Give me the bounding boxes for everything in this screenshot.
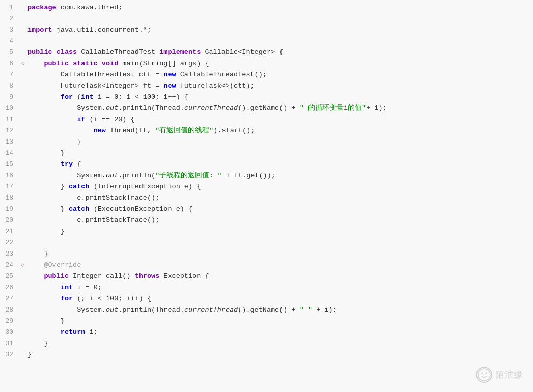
code-line-27: 27 for (; i < 100; i++) { [0, 293, 533, 304]
code-editor: 1 package com.kawa.thred; 2 3 import jav… [0, 0, 533, 392]
code-line-20: 20 e.printStackTrace(); [0, 215, 533, 226]
watermark: 陌淮缘 [476, 367, 523, 383]
code-line-23: 23 } [0, 248, 533, 260]
code-line-15: 15 try { [0, 159, 533, 170]
code-line-30: 30 return i; [0, 327, 533, 338]
code-line-10: 10 System.out.println(Thread.currentThre… [0, 103, 533, 114]
code-line-22: 22 [0, 237, 533, 248]
code-line-17: 17 } catch (InterruptedException e) { [0, 181, 533, 192]
code-line-13: 13 } [0, 136, 533, 148]
code-line-19: 19 } catch (ExecutionException e) { [0, 204, 533, 215]
code-line-31: 31 } [0, 338, 533, 349]
code-line-8: 8 FutureTask<Integer> ft = new FutureTas… [0, 80, 533, 92]
code-line-9: 9 for (int i = 0; i < 100; i++) { [0, 92, 533, 103]
code-line-16: 16 System.out.println("子线程的返回值: " + ft.g… [0, 170, 533, 181]
code-line-26: 26 int i = 0; [0, 282, 533, 293]
svg-point-0 [478, 369, 490, 381]
code-line-14: 14 } [0, 148, 533, 159]
code-line-5: 5 public class CallableThreadTest implem… [0, 47, 533, 58]
code-line-28: 28 System.out.println(Thread.currentThre… [0, 304, 533, 316]
svg-point-1 [482, 373, 483, 374]
svg-point-2 [486, 373, 487, 374]
code-line-4: 4 [0, 36, 533, 47]
code-line-11: 11 if (i == 20) { [0, 114, 533, 125]
code-line-6: 6 ◇ public static void main(String[] arg… [0, 58, 533, 69]
code-line-3: 3 import java.util.concurrent.*; [0, 24, 533, 36]
code-line-32: 32 } [0, 349, 533, 360]
code-line-25: 25 public Integer call() throws Exceptio… [0, 271, 533, 282]
code-line-21: 21 } [0, 226, 533, 237]
watermark-icon [476, 367, 492, 383]
code-line-2: 2 [0, 13, 533, 24]
code-line-29: 29 } [0, 316, 533, 327]
watermark-text: 陌淮缘 [495, 369, 523, 381]
code-line-7: 7 CallableThreadTest ctt = new CallableT… [0, 69, 533, 80]
code-line-18: 18 e.printStackTrace(); [0, 192, 533, 204]
code-line-24: 24 ◇ @Override [0, 260, 533, 271]
code-line-12: 12 new Thread(ft, "有返回值的线程").start(); [0, 125, 533, 136]
code-line-1: 1 package com.kawa.thred; [0, 2, 533, 13]
